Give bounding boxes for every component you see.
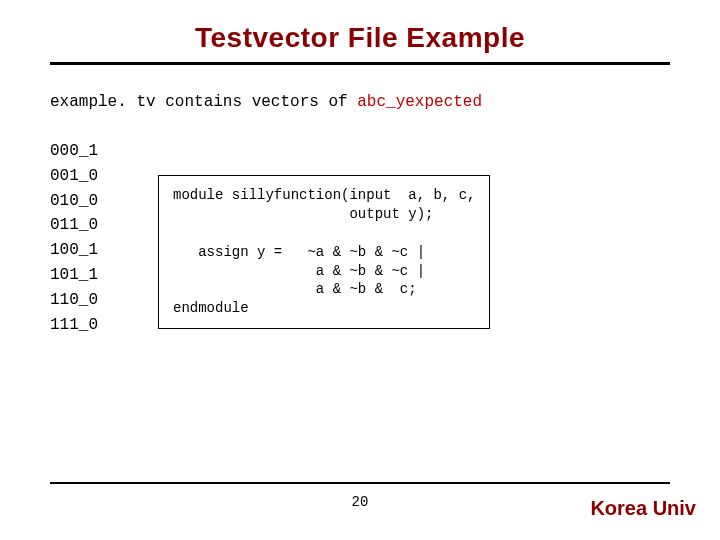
vector-item: 011_0: [50, 216, 98, 234]
code-line: a & ~b & c;: [173, 281, 417, 297]
intro-prefix: example. tv contains vectors of: [50, 93, 357, 111]
vector-item: 000_1: [50, 142, 98, 160]
vector-item: 111_0: [50, 316, 98, 334]
code-box: module sillyfunction(input a, b, c, outp…: [158, 175, 490, 329]
footer-divider: [50, 482, 670, 484]
brand-label: Korea Univ: [590, 497, 696, 520]
intro-highlight: abc_yexpected: [357, 93, 482, 111]
vector-list: 000_1 001_0 010_0 011_0 100_1 101_1 110_…: [50, 139, 98, 337]
vector-item: 100_1: [50, 241, 98, 259]
vector-item: 010_0: [50, 192, 98, 210]
code-line: module sillyfunction(input a, b, c,: [173, 187, 475, 203]
vector-item: 110_0: [50, 291, 98, 309]
code-line: assign y = ~a & ~b & ~c |: [173, 244, 425, 260]
title-divider: [50, 62, 670, 65]
code-line: a & ~b & ~c |: [173, 263, 425, 279]
vector-item: 101_1: [50, 266, 98, 284]
code-line: endmodule: [173, 300, 249, 316]
intro-line: example. tv contains vectors of abc_yexp…: [50, 93, 670, 111]
slide: Testvector File Example example. tv cont…: [0, 0, 720, 540]
slide-title: Testvector File Example: [50, 0, 670, 62]
body-row: 000_1 001_0 010_0 011_0 100_1 101_1 110_…: [50, 139, 670, 337]
vector-item: 001_0: [50, 167, 98, 185]
code-line: output y);: [173, 206, 433, 222]
